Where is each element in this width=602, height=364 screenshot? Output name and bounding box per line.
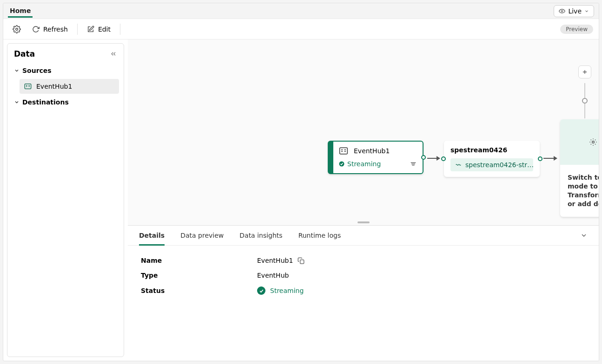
detail-value-status: Streaming xyxy=(257,286,304,295)
arrow-icon xyxy=(554,156,557,161)
tab-home[interactable]: Home xyxy=(8,4,33,18)
panel-tab-details[interactable]: Details xyxy=(139,226,165,245)
zoom-slider[interactable] xyxy=(584,83,585,118)
detail-row-type: Type EventHub xyxy=(141,272,586,279)
chevron-down-icon xyxy=(14,99,20,105)
collapse-panel-icon[interactable] xyxy=(580,232,588,239)
edit-icon xyxy=(87,26,94,33)
detail-value-type: EventHub xyxy=(257,272,289,279)
check-circle-icon xyxy=(339,161,344,167)
edit-button[interactable]: Edit xyxy=(81,23,116,36)
toolbar: Refresh Edit Preview xyxy=(3,19,599,39)
detail-label-name: Name xyxy=(141,257,257,264)
node-input-port[interactable] xyxy=(441,156,446,161)
gear-icon xyxy=(13,25,21,33)
sidebar-item-label: EventHub1 xyxy=(36,83,72,90)
node-status-text: Streaming xyxy=(347,160,381,168)
panel-tab-row: Details Data preview Data insights Runti… xyxy=(128,226,599,246)
node-title: EventHub1 xyxy=(354,147,390,155)
detail-row-status: Status Streaming xyxy=(141,286,586,295)
chevron-down-icon xyxy=(584,9,589,13)
canvas[interactable]: EventHub1 Streaming xyxy=(128,39,599,220)
panel-tabs-left: Details Data preview Data insights Runti… xyxy=(139,226,341,245)
eventhub-icon xyxy=(339,146,348,156)
panel-body: Name EventHub1 Type EventHub xyxy=(128,246,599,361)
toolbar-left: Refresh Edit xyxy=(9,22,122,36)
placeholder-text: Switch to edit mode to Transform event o… xyxy=(560,165,599,217)
mode-live-dropdown[interactable]: Live xyxy=(554,5,594,17)
sources-label: Sources xyxy=(22,67,52,74)
stream-chip-label: spestream0426-str… xyxy=(465,161,533,169)
node-output-port[interactable] xyxy=(421,155,426,160)
refresh-label: Refresh xyxy=(43,26,68,33)
svg-point-1 xyxy=(16,28,18,30)
type-value: EventHub xyxy=(257,272,289,279)
svg-point-0 xyxy=(562,10,563,12)
arrow-icon xyxy=(437,156,440,161)
data-sidebar: Data Sources EventHub1 xyxy=(7,43,124,357)
edit-label: Edit xyxy=(98,26,111,33)
svg-point-21 xyxy=(592,141,594,143)
zoom-slider-thumb[interactable] xyxy=(582,98,588,104)
placeholder-icon-area: / xyxy=(560,119,599,165)
toolbar-divider xyxy=(77,24,78,35)
panel-tab-data-preview[interactable]: Data preview xyxy=(180,226,224,245)
settings-button[interactable] xyxy=(9,22,25,36)
stream-icon xyxy=(455,162,462,168)
svg-rect-23 xyxy=(300,260,304,263)
ribbon-tab-row: Home Live xyxy=(3,3,599,19)
detail-label-type: Type xyxy=(141,272,257,279)
node-output-port[interactable] xyxy=(538,156,542,161)
sidebar-section-sources[interactable]: Sources xyxy=(10,63,121,78)
name-value: EventHub1 xyxy=(257,257,293,264)
svg-rect-2 xyxy=(25,84,31,89)
node-header: EventHub1 xyxy=(339,146,417,156)
panel-tab-runtime-logs[interactable]: Runtime logs xyxy=(298,226,341,245)
copy-icon[interactable] xyxy=(298,257,304,264)
panel-tab-data-insights[interactable]: Data insights xyxy=(239,226,282,245)
node-title: spestream0426 xyxy=(450,146,533,154)
check-circle-icon xyxy=(257,286,265,295)
status-value: Streaming xyxy=(270,287,304,294)
toolbar-divider-2 xyxy=(120,24,120,35)
node-status-row: Streaming xyxy=(339,160,417,168)
zoom-in-button[interactable] xyxy=(578,65,591,78)
svg-rect-12 xyxy=(340,148,348,154)
node-menu-icon[interactable] xyxy=(410,160,417,168)
transform-icon xyxy=(589,138,597,146)
detail-label-status: Status xyxy=(141,287,257,294)
preview-badge: Preview xyxy=(560,25,593,34)
stream-chip[interactable]: spestream0426-str… xyxy=(450,158,533,171)
detail-row-name: Name EventHub1 xyxy=(141,257,586,264)
sidebar-section-destinations[interactable]: Destinations xyxy=(10,95,121,110)
chevron-down-icon xyxy=(14,68,20,73)
bottom-panel: Details Data preview Data insights Runti… xyxy=(128,225,599,361)
destinations-label: Destinations xyxy=(22,98,69,106)
refresh-button[interactable]: Refresh xyxy=(26,23,73,36)
collapse-sidebar-icon[interactable] xyxy=(110,50,117,58)
node-stream[interactable]: spestream0426 spestream0426-str… xyxy=(444,141,540,177)
svg-point-17 xyxy=(339,162,344,167)
main-body: Data Sources EventHub1 xyxy=(3,39,599,361)
app-root: Home Live Refresh xyxy=(3,3,599,361)
sidebar-title: Data xyxy=(14,49,35,58)
drag-handle-icon xyxy=(357,221,370,223)
node-status: Streaming xyxy=(339,160,381,168)
node-destination-placeholder[interactable]: / Switch to edit mode to Transform event… xyxy=(560,119,599,217)
mode-live-label: Live xyxy=(568,7,582,15)
eye-icon xyxy=(559,8,565,14)
detail-value-name: EventHub1 xyxy=(257,257,304,264)
node-source-eventhub1[interactable]: EventHub1 Streaming xyxy=(328,141,423,174)
sidebar-item-eventhub1[interactable]: EventHub1 xyxy=(20,79,119,94)
edge-stream-to-dest xyxy=(543,158,554,159)
panel-resize-handle[interactable] xyxy=(128,220,599,225)
main-column: EventHub1 Streaming xyxy=(128,39,599,361)
refresh-icon xyxy=(32,26,40,33)
sidebar-header: Data xyxy=(10,47,121,63)
eventhub-icon xyxy=(24,83,32,90)
edge-source-to-stream xyxy=(427,158,437,159)
